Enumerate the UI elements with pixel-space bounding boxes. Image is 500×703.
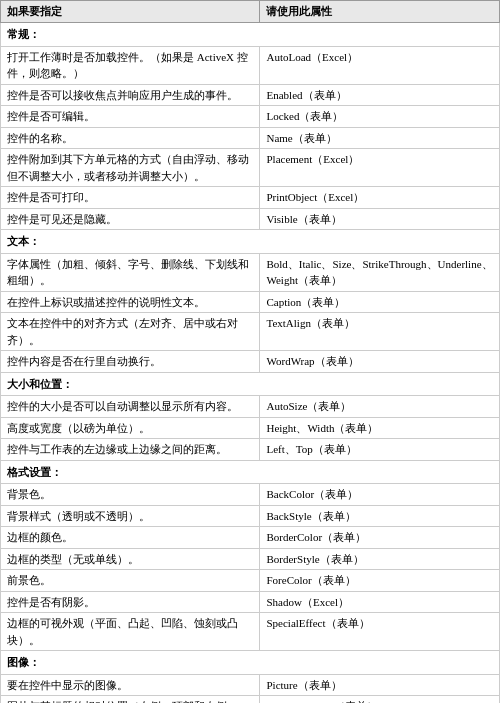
right-cell-3-6: SpecialEffect（表单） xyxy=(260,613,500,651)
left-cell-4-0: 要在控件中显示的图像。 xyxy=(1,674,260,696)
right-cell-0-2: Locked（表单） xyxy=(260,106,500,128)
right-cell-1-3: WordWrap（表单） xyxy=(260,351,500,373)
table-row: 背景色。BackColor（表单） xyxy=(1,484,500,506)
left-cell-0-2: 控件是否可编辑。 xyxy=(1,106,260,128)
section-title-0: 常规： xyxy=(1,23,500,47)
table-row: 字体属性（加粗、倾斜、字号、删除线、下划线和粗细）。Bold、Italic、Si… xyxy=(1,253,500,291)
section-title-3: 格式设置： xyxy=(1,460,500,484)
left-cell-0-0: 打开工作薄时是否加载控件。（如果是 ActiveX 控件，则忽略。） xyxy=(1,46,260,84)
section-header-0: 常规： xyxy=(1,23,500,47)
table-row: 控件是否有阴影。Shadow（Excel） xyxy=(1,591,500,613)
left-cell-0-3: 控件的名称。 xyxy=(1,127,260,149)
table-row: 打开工作薄时是否加载控件。（如果是 ActiveX 控件，则忽略。）AutoLo… xyxy=(1,46,500,84)
left-cell-3-6: 边框的可视外观（平面、凸起、凹陷、蚀刻或凸块）。 xyxy=(1,613,260,651)
right-cell-0-6: Visible（表单） xyxy=(260,208,500,230)
section-title-4: 图像： xyxy=(1,651,500,675)
table-row: 在控件上标识或描述控件的说明性文本。Caption（表单） xyxy=(1,291,500,313)
table-row: 控件与工作表的左边缘或上边缘之间的距离。Left、Top（表单） xyxy=(1,439,500,461)
table-row: 控件是可见还是隐藏。Visible（表单） xyxy=(1,208,500,230)
table-row: 前景色。ForeColor（表单） xyxy=(1,570,500,592)
left-cell-0-4: 控件附加到其下方单元格的方式（自由浮动、移动但不调整大小，或者移动并调整大小）。 xyxy=(1,149,260,187)
table-row: 控件是否可以接收焦点并响应用户生成的事件。Enabled（表单） xyxy=(1,84,500,106)
right-cell-3-4: ForeColor（表单） xyxy=(260,570,500,592)
left-cell-2-2: 控件与工作表的左边缘或上边缘之间的距离。 xyxy=(1,439,260,461)
table-row: 文本在控件中的对齐方式（左对齐、居中或右对齐）。TextAlign（表单） xyxy=(1,313,500,351)
table-row: 要在控件中显示的图像。Picture（表单） xyxy=(1,674,500,696)
left-cell-1-3: 控件内容是否在行里自动换行。 xyxy=(1,351,260,373)
table-row: 控件是否可打印。PrintObject（Excel） xyxy=(1,187,500,209)
table-row: 高度或宽度（以磅为单位）。Height、Width（表单） xyxy=(1,417,500,439)
table-row: 控件的名称。Name（表单） xyxy=(1,127,500,149)
right-cell-0-4: Placement（Excel） xyxy=(260,149,500,187)
section-header-1: 文本： xyxy=(1,230,500,254)
left-cell-2-1: 高度或宽度（以磅为单位）。 xyxy=(1,417,260,439)
right-cell-4-0: Picture（表单） xyxy=(260,674,500,696)
left-cell-2-0: 控件的大小是否可以自动调整以显示所有内容。 xyxy=(1,396,260,418)
right-cell-3-1: BackStyle（表单） xyxy=(260,505,500,527)
right-cell-2-2: Left、Top（表单） xyxy=(260,439,500,461)
left-cell-3-1: 背景样式（透明或不透明）。 xyxy=(1,505,260,527)
right-cell-1-0: Bold、Italic、Size、StrikeThrough、Underline… xyxy=(260,253,500,291)
left-cell-3-3: 边框的类型（无或单线）。 xyxy=(1,548,260,570)
right-cell-0-0: AutoLoad（Excel） xyxy=(260,46,500,84)
section-title-2: 大小和位置： xyxy=(1,372,500,396)
right-cell-3-3: BorderStyle（表单） xyxy=(260,548,500,570)
left-cell-0-6: 控件是可见还是隐藏。 xyxy=(1,208,260,230)
right-cell-3-2: BorderColor（表单） xyxy=(260,527,500,549)
table-row: 边框的可视外观（平面、凸起、凹陷、蚀刻或凸块）。SpecialEffect（表单… xyxy=(1,613,500,651)
left-cell-1-0: 字体属性（加粗、倾斜、字号、删除线、下划线和粗细）。 xyxy=(1,253,260,291)
left-cell-1-1: 在控件上标识或描述控件的说明性文本。 xyxy=(1,291,260,313)
left-cell-0-5: 控件是否可打印。 xyxy=(1,187,260,209)
table-row: 控件是否可编辑。Locked（表单） xyxy=(1,106,500,128)
table-row: 边框的颜色。BorderColor（表单） xyxy=(1,527,500,549)
table-row: 控件附加到其下方单元格的方式（自由浮动、移动但不调整大小，或者移动并调整大小）。… xyxy=(1,149,500,187)
properties-table: 如果要指定 请使用此属性 常规：打开工作薄时是否加载控件。（如果是 Active… xyxy=(0,0,500,703)
table-row: 控件内容是否在行里自动换行。WordWrap（表单） xyxy=(1,351,500,373)
left-cell-3-0: 背景色。 xyxy=(1,484,260,506)
right-cell-0-3: Name（表单） xyxy=(260,127,500,149)
right-cell-1-1: Caption（表单） xyxy=(260,291,500,313)
right-cell-3-0: BackColor（表单） xyxy=(260,484,500,506)
right-cell-2-0: AutoSize（表单） xyxy=(260,396,500,418)
right-cell-0-1: Enabled（表单） xyxy=(260,84,500,106)
section-header-3: 格式设置： xyxy=(1,460,500,484)
right-cell-1-2: TextAlign（表单） xyxy=(260,313,500,351)
section-header-2: 大小和位置： xyxy=(1,372,500,396)
left-cell-3-2: 边框的颜色。 xyxy=(1,527,260,549)
left-cell-3-5: 控件是否有阴影。 xyxy=(1,591,260,613)
left-cell-4-1: 图片与其标题的相对位置（左侧、顶部和右侧等）。 xyxy=(1,696,260,704)
col2-header: 请使用此属性 xyxy=(260,1,500,23)
right-cell-3-5: Shadow（Excel） xyxy=(260,591,500,613)
right-cell-4-1: PicturePosition（表单） xyxy=(260,696,500,704)
table-row: 控件的大小是否可以自动调整以显示所有内容。AutoSize（表单） xyxy=(1,396,500,418)
col1-header: 如果要指定 xyxy=(1,1,260,23)
table-row: 背景样式（透明或不透明）。BackStyle（表单） xyxy=(1,505,500,527)
left-cell-1-2: 文本在控件中的对齐方式（左对齐、居中或右对齐）。 xyxy=(1,313,260,351)
table-row: 边框的类型（无或单线）。BorderStyle（表单） xyxy=(1,548,500,570)
left-cell-0-1: 控件是否可以接收焦点并响应用户生成的事件。 xyxy=(1,84,260,106)
section-header-4: 图像： xyxy=(1,651,500,675)
table-row: 图片与其标题的相对位置（左侧、顶部和右侧等）。PicturePosition（表… xyxy=(1,696,500,704)
main-container: 如果要指定 请使用此属性 常规：打开工作薄时是否加载控件。（如果是 Active… xyxy=(0,0,500,703)
right-cell-0-5: PrintObject（Excel） xyxy=(260,187,500,209)
section-title-1: 文本： xyxy=(1,230,500,254)
left-cell-3-4: 前景色。 xyxy=(1,570,260,592)
right-cell-2-1: Height、Width（表单） xyxy=(260,417,500,439)
